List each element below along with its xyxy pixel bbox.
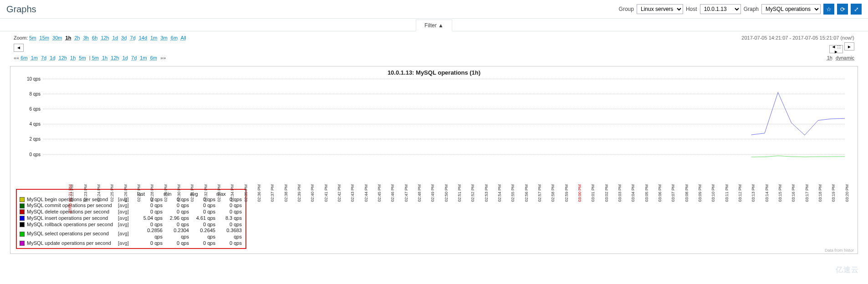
legend-avg: 4.61 qps	[190, 215, 216, 222]
zoom-link-6h[interactable]: 6h	[92, 35, 97, 41]
zoom-link-14d[interactable]: 14d	[139, 35, 147, 41]
nav-step-1d[interactable]: 1d	[123, 55, 128, 61]
x-tick-label: 02:38 PM	[283, 184, 288, 202]
x-tick-label: 02:34 PM	[230, 184, 235, 202]
legend-swatch	[20, 232, 25, 237]
zoom-links: Zoom: 5m 15m 30m 1h 2h 3h 6h 12h 1d 3d 7…	[14, 35, 188, 41]
x-tick-label: 02:56 PM	[524, 184, 528, 202]
legend-row: MySQL commit operations per second[avg]0…	[20, 203, 243, 209]
x-tick-label: 02:41 PM	[323, 184, 328, 202]
x-tick-label: 02:36 PM	[257, 184, 261, 202]
legend-row: MySQL update operations per second[avg]0…	[20, 240, 243, 247]
legend-max: 0 qps	[216, 209, 243, 215]
x-tick-label: 03:13 PM	[751, 184, 756, 202]
y-tick-label: 6 qps	[21, 106, 41, 111]
legend-min: 0 qps	[163, 209, 190, 215]
x-tick-label: 02:50 PM	[444, 184, 448, 202]
x-tick-label: 03:04 PM	[631, 184, 635, 202]
nav-step-5m[interactable]: 5m	[79, 55, 86, 61]
zoom-link-3d[interactable]: 3d	[121, 35, 127, 41]
right-options: 1h dynamic	[825, 55, 854, 61]
host-select[interactable]: 10.0.1.13	[700, 4, 741, 14]
x-tick-label: 03:17 PM	[804, 184, 809, 202]
zoom-link-12h[interactable]: 12h	[101, 35, 109, 41]
y-tick-label: 0 qps	[21, 152, 41, 157]
nav-step-6m[interactable]: 6m	[150, 55, 157, 61]
x-tick-label: 03:08 PM	[684, 184, 689, 202]
nav-step-5m[interactable]: 5m	[92, 55, 99, 61]
filter-bar: Filter ▲	[0, 19, 868, 31]
zoom-link-All[interactable]: All	[181, 35, 186, 41]
zoom-link-7d[interactable]: 7d	[130, 35, 135, 41]
x-tick-label: 02:43 PM	[350, 184, 355, 202]
legend-max: 0 qps	[216, 222, 243, 228]
refresh-button[interactable]: ⟳	[837, 4, 848, 15]
legend-max: 0 qps	[216, 240, 243, 247]
legend-agg: [avg]	[117, 215, 137, 222]
legend-min: 0 qps	[163, 240, 190, 247]
legend-agg: [avg]	[117, 209, 137, 215]
x-tick-label: 02:26 PM	[123, 184, 128, 202]
x-tick-label: 03:01 PM	[591, 184, 595, 202]
zoom-link-1h[interactable]: 1h	[66, 35, 71, 41]
legend-min: 0 qps	[163, 203, 190, 209]
graph-select[interactable]: MySQL operations	[761, 4, 821, 14]
nav-fwd-icon[interactable]: »»	[160, 55, 166, 61]
legend-avg: 0.2645 qps	[190, 228, 216, 240]
scroll-right-button[interactable]: ►	[844, 42, 854, 51]
nav-step-1m[interactable]: 1m	[140, 55, 147, 61]
legend-last: 5.04 qps	[137, 215, 163, 222]
fullscreen-button[interactable]: ⤢	[851, 4, 862, 15]
page-header: Graphs Group Linux servers Host 10.0.1.1…	[0, 0, 868, 19]
x-tick-label: 03:05 PM	[644, 184, 648, 202]
legend-min: 0.2304 qps	[163, 228, 190, 240]
x-tick-label: 02:32 PM	[203, 184, 208, 202]
x-tick-label: 02:42 PM	[337, 184, 342, 202]
zoom-link-1m[interactable]: 1m	[150, 35, 157, 41]
nav-step-7d[interactable]: 7d	[41, 55, 46, 61]
nav-step-6m[interactable]: 6m	[20, 55, 27, 61]
group-select[interactable]: Linux servers	[637, 4, 683, 14]
zoom-link-2h[interactable]: 2h	[74, 35, 80, 41]
zoom-link-30m[interactable]: 30m	[52, 35, 62, 41]
scroll-left-button[interactable]: ◄	[14, 44, 24, 52]
x-tick-label: 02:58 PM	[551, 184, 555, 202]
zoom-link-15m[interactable]: 15m	[40, 35, 49, 41]
nav-step-1d[interactable]: 1d	[50, 55, 55, 61]
nav-back-icon[interactable]: ««	[14, 55, 19, 61]
dynamic-link[interactable]: dynamic	[836, 55, 854, 61]
zoom-link-1d[interactable]: 1d	[112, 35, 118, 41]
fixed-link[interactable]: 1h	[827, 55, 832, 61]
legend-series-name: MySQL insert operations per second	[26, 215, 117, 222]
nav-step-1h[interactable]: 1h	[70, 55, 76, 61]
x-tick-label: 03:12 PM	[738, 184, 742, 202]
x-tick-label: 02:52 PM	[470, 184, 475, 202]
x-tick-label: 02:53 PM	[484, 184, 488, 202]
legend-agg: [avg]	[117, 240, 137, 247]
nav-step-12h[interactable]: 12h	[111, 55, 119, 61]
nav-step-1h[interactable]: 1h	[102, 55, 107, 61]
zoom-link-3h[interactable]: 3h	[83, 35, 89, 41]
x-tick-label: 02:31 PM	[190, 184, 194, 202]
nav-step-1m[interactable]: 1m	[31, 55, 38, 61]
favorite-button[interactable]: ☆	[823, 4, 834, 15]
chart-footnote: Data from histor	[825, 248, 854, 253]
x-tick-label: 02:33 PM	[217, 184, 221, 202]
x-tick-label: 03:14 PM	[764, 184, 769, 202]
filter-toggle[interactable]: Filter ▲	[416, 20, 452, 31]
zoom-link-5m[interactable]: 5m	[29, 35, 36, 41]
x-tick-label: 02:25 PM	[110, 184, 114, 202]
nav-step-12h[interactable]: 12h	[59, 55, 67, 61]
legend-row: MySQL rollback operations per second[avg…	[20, 222, 243, 228]
y-tick-label: 8 qps	[21, 91, 41, 96]
y-tick-label: 4 qps	[21, 122, 41, 127]
chart-area[interactable]: 0 qps2 qps4 qps6 qps8 qps10 qps 07/05 02…	[43, 77, 845, 186]
legend-last: 0.2856 qps	[137, 228, 163, 240]
x-tick-label: 03:20 PM	[844, 184, 849, 202]
zoom-link-6m[interactable]: 6m	[171, 35, 178, 41]
zoom-link-3m[interactable]: 3m	[161, 35, 168, 41]
legend-row: MySQL insert operations per second[avg]5…	[20, 215, 243, 222]
legend-series-name: MySQL rollback operations per second	[26, 222, 117, 228]
scroll-drag-button[interactable]: ◄ ::: ►	[829, 45, 843, 53]
nav-step-7d[interactable]: 7d	[131, 55, 137, 61]
